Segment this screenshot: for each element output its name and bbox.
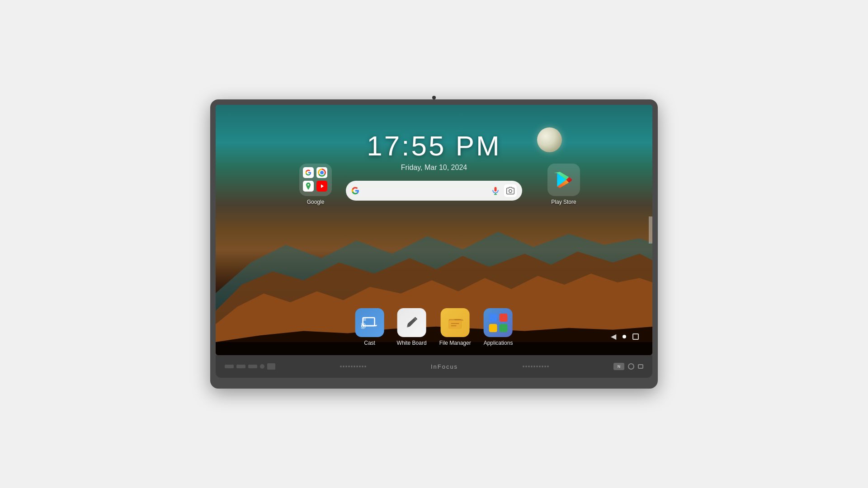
play-store-label: Play Store bbox=[551, 199, 576, 205]
bottom-left-ports bbox=[225, 363, 275, 370]
bottom-dots-right bbox=[523, 366, 549, 367]
svg-rect-5 bbox=[495, 187, 497, 192]
play-store-app[interactable]: Play Store bbox=[547, 164, 580, 205]
applications-icon bbox=[484, 308, 513, 337]
play-store-icon bbox=[547, 164, 580, 196]
app-grid-green bbox=[500, 324, 508, 332]
navigation-buttons: ◀ bbox=[611, 332, 639, 341]
cast-label: Cast bbox=[364, 340, 375, 346]
monitor-screen: 17:55 PM Friday, Mar 10, 2024 bbox=[216, 105, 652, 355]
bottom-dock: Cast White Board bbox=[355, 308, 513, 346]
maps-app-icon bbox=[303, 181, 314, 192]
cast-app[interactable]: Cast bbox=[355, 308, 384, 346]
date-text: Friday, Mar 10, 2024 bbox=[367, 164, 501, 172]
port-power bbox=[267, 363, 275, 370]
side-panel-tab[interactable] bbox=[649, 216, 652, 244]
youtube-app-icon bbox=[316, 181, 327, 192]
svg-point-8 bbox=[509, 190, 512, 193]
applications-app[interactable]: Applications bbox=[484, 308, 513, 346]
brand-label: InFocus bbox=[431, 363, 458, 370]
whiteboard-app[interactable]: White Board bbox=[397, 308, 427, 346]
back-button[interactable]: ◀ bbox=[611, 332, 616, 341]
search-bar[interactable] bbox=[346, 181, 522, 201]
google-app-icon bbox=[303, 167, 314, 178]
time-text: 17:55 PM bbox=[367, 130, 501, 162]
file-manager-app[interactable]: File Manager bbox=[439, 308, 471, 346]
corner-indicator bbox=[638, 364, 643, 369]
file-manager-label: File Manager bbox=[439, 340, 471, 346]
camera-dot bbox=[432, 96, 436, 99]
port-2 bbox=[236, 365, 245, 368]
whiteboard-label: White Board bbox=[397, 340, 427, 346]
google-folder-label: Google bbox=[307, 199, 325, 205]
google-folder-app[interactable]: Google bbox=[299, 164, 332, 205]
mic-icon[interactable] bbox=[491, 186, 500, 196]
bottom-right-controls: N bbox=[613, 363, 643, 370]
home-dot[interactable] bbox=[623, 335, 626, 338]
svg-rect-10 bbox=[363, 318, 366, 321]
port-1 bbox=[225, 365, 234, 368]
whiteboard-icon bbox=[397, 308, 426, 337]
app-grid-red bbox=[500, 314, 508, 322]
port-3 bbox=[248, 365, 257, 368]
recents-square[interactable] bbox=[632, 333, 639, 340]
chrome-app-icon bbox=[316, 167, 327, 178]
app-grid-blue bbox=[489, 314, 497, 322]
google-folder-icon bbox=[299, 164, 332, 196]
applications-label: Applications bbox=[484, 340, 513, 346]
file-manager-icon bbox=[441, 308, 470, 337]
monitor-frame: 17:55 PM Friday, Mar 10, 2024 bbox=[210, 99, 658, 389]
bottom-dots-left bbox=[340, 366, 366, 367]
cast-icon bbox=[355, 308, 384, 337]
port-usb bbox=[260, 364, 264, 369]
search-input[interactable] bbox=[363, 181, 487, 201]
app-grid-yellow bbox=[489, 324, 497, 332]
google-logo-icon bbox=[351, 187, 359, 195]
time-display: 17:55 PM Friday, Mar 10, 2024 bbox=[367, 130, 501, 172]
moon-icon bbox=[537, 127, 562, 152]
svg-rect-14 bbox=[449, 320, 462, 329]
camera-search-icon[interactable] bbox=[504, 184, 517, 197]
power-indicator bbox=[628, 363, 634, 370]
monitor-bottom-bar: InFocus N bbox=[216, 355, 652, 378]
n-button[interactable]: N bbox=[613, 363, 624, 370]
